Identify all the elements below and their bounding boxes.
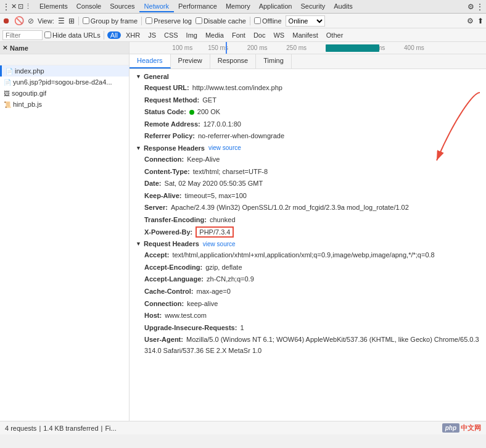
filter-font[interactable]: Font: [229, 31, 249, 39]
filter-media[interactable]: Media: [202, 31, 227, 39]
file-item-index[interactable]: 📄 index.php: [0, 65, 129, 77]
headers-content: ▼ General Request URL: http://www.test.c…: [130, 69, 486, 421]
resp-content-type-field: Content-Type: text/html; charset=UTF-8: [144, 167, 480, 178]
general-triangle-icon: ▼: [136, 73, 141, 80]
offline-checkbox[interactable]: [254, 17, 261, 24]
tab-audits[interactable]: Audits: [329, 1, 357, 12]
close-panel-icon[interactable]: ✕: [2, 44, 7, 51]
filter-css[interactable]: CSS: [161, 31, 181, 39]
resp-connection-field: Connection: Keep-Alive: [144, 154, 480, 165]
throttle-select[interactable]: Online Fast 3G Slow 3G Offline: [286, 15, 325, 27]
file-list-header: Name: [10, 44, 28, 52]
response-headers-section-header[interactable]: ▼ Response Headers view source: [136, 144, 480, 152]
hide-data-urls-label[interactable]: Hide data URLs: [44, 31, 101, 39]
grid-view-icon[interactable]: ⊞: [68, 17, 75, 25]
request-method-field: Request Method: GET: [144, 95, 480, 106]
tab-memory[interactable]: Memory: [221, 1, 255, 12]
toolbar-separator2: [141, 17, 142, 25]
toolbar-separator3: [250, 17, 250, 25]
file-item-hint[interactable]: 📜 hint_pb.js: [0, 99, 129, 110]
resp-transfer-encoding-field: Transfer-Encoding: chunked: [144, 215, 480, 226]
req-accept-encoding-field: Accept-Encoding: gzip, deflate: [144, 262, 480, 273]
filter-js[interactable]: JS: [145, 31, 159, 39]
filter-ws[interactable]: WS: [270, 31, 287, 39]
list-view-icon[interactable]: ☰: [58, 17, 65, 25]
filter-input[interactable]: [2, 30, 43, 40]
more-icon[interactable]: ⋮: [25, 2, 31, 10]
request-headers-triangle-icon: ▼: [136, 241, 141, 247]
sub-tab-preview[interactable]: Preview: [171, 54, 210, 68]
disable-cache-checkbox[interactable]: [196, 17, 202, 24]
request-headers-section-header[interactable]: ▼ Request Headers view source: [136, 240, 480, 247]
req-accept-field: Accept: text/html,application/xhtml+xml,…: [144, 250, 480, 261]
tab-application[interactable]: Application: [255, 1, 297, 12]
resp-x-powered-by-field: X-Powered-By: PHP/7.3.4: [144, 227, 480, 238]
view-label: View:: [38, 17, 54, 25]
group-by-frame-checkbox[interactable]: [83, 17, 89, 24]
transferred-size: 1.4 KB transferred: [43, 425, 98, 432]
filter-manifest[interactable]: Manifest: [289, 31, 321, 39]
clear-icon[interactable]: 🚫: [14, 16, 24, 25]
more-options-icon[interactable]: ⋮: [476, 2, 484, 11]
tab-elements[interactable]: Elements: [35, 1, 72, 12]
filter-icon[interactable]: ⊘: [28, 17, 34, 25]
finish-text: Fi...: [105, 425, 116, 432]
group-by-frame-label[interactable]: Group by frame: [83, 17, 138, 25]
sub-tab-response[interactable]: Response: [210, 54, 257, 68]
resp-date-field: Date: Sat, 02 May 2020 05:50:35 GMT: [144, 178, 480, 189]
separator2: |: [101, 425, 103, 432]
request-view-source-link[interactable]: view source: [203, 241, 236, 247]
requests-count: 4 requests: [5, 425, 36, 432]
req-cache-control-field: Cache-Control: max-age=0: [144, 286, 480, 297]
req-connection-field: Connection: keep-alive: [144, 299, 480, 310]
undock-icon[interactable]: ⊡: [18, 2, 23, 10]
filter-img[interactable]: Img: [183, 31, 200, 39]
file-item-gif[interactable]: 🖼 sogoutip.gif: [0, 88, 129, 99]
status-code-field: Status Code: 200 OK: [144, 107, 480, 118]
offline-label[interactable]: Offline: [254, 17, 282, 25]
timeline-400ms: 400 ms: [404, 44, 424, 51]
request-url-field: Request URL: http://www.test.com/index.p…: [144, 83, 480, 94]
disable-cache-label[interactable]: Disable cache: [196, 17, 246, 25]
php-badge: php 中文网: [442, 423, 481, 433]
general-section-header[interactable]: ▼ General: [136, 73, 480, 80]
referrer-policy-field: Referrer Policy: no-referrer-when-downgr…: [144, 131, 480, 142]
tab-network[interactable]: Network: [139, 1, 174, 12]
status-indicator: [189, 110, 194, 115]
import-icon[interactable]: ⬆: [477, 17, 484, 25]
resp-server-field: Server: Apache/2.4.39 (Win32) OpenSSL/1.…: [144, 202, 480, 214]
sub-tab-timing[interactable]: Timing: [256, 54, 292, 68]
preserve-log-checkbox[interactable]: [146, 17, 152, 24]
file-item-yun6[interactable]: 📄 yun6.jsp?pid=sogou-brse-d2a4...: [0, 77, 129, 88]
remote-address-field: Remote Address: 127.0.0.1:80: [144, 119, 480, 130]
close-devtools-icon[interactable]: ✕: [11, 2, 17, 10]
timeline-100ms: 100 ms: [172, 44, 192, 51]
separator1: |: [39, 425, 41, 432]
settings2-icon[interactable]: ⚙: [467, 17, 474, 25]
tab-performance[interactable]: Performance: [174, 1, 221, 12]
x-powered-by-value-highlighted: PHP/7.3.4: [196, 226, 234, 238]
sub-tab-headers[interactable]: Headers: [130, 54, 171, 68]
hide-data-urls-checkbox[interactable]: [44, 31, 51, 38]
preserve-log-label[interactable]: Preserve log: [146, 17, 192, 25]
req-accept-language-field: Accept-Language: zh-CN,zh;q=0.9: [144, 274, 480, 285]
timeline-150ms: 150 ms: [208, 44, 228, 51]
record-icon[interactable]: ⏺: [2, 16, 10, 25]
timeline-250ms: 250 ms: [286, 44, 307, 51]
req-host-field: Host: www.test.com: [144, 310, 480, 321]
response-headers-triangle-icon: ▼: [136, 145, 141, 151]
filter-doc[interactable]: Doc: [250, 31, 269, 39]
filter-other[interactable]: Other: [323, 31, 347, 39]
resp-keep-alive-field: Keep-Alive: timeout=5, max=100: [144, 191, 480, 202]
req-upgrade-insecure-field: Upgrade-Insecure-Requests: 1: [144, 323, 480, 334]
response-view-source-link[interactable]: view source: [208, 144, 241, 151]
bottom-status-bar: 4 requests | 1.4 KB transferred | Fi... …: [0, 421, 486, 434]
settings-icon[interactable]: ⚙: [467, 2, 474, 11]
tab-console[interactable]: Console: [72, 1, 105, 12]
tab-security[interactable]: Security: [296, 1, 329, 12]
filter-all[interactable]: All: [107, 31, 121, 39]
toolbar-separator1: [78, 17, 79, 25]
file-list: 📄 index.php 📄 yun6.jsp?pid=sogou-brse-d2…: [0, 65, 129, 421]
filter-xhr[interactable]: XHR: [123, 31, 143, 39]
tab-sources[interactable]: Sources: [105, 1, 139, 12]
